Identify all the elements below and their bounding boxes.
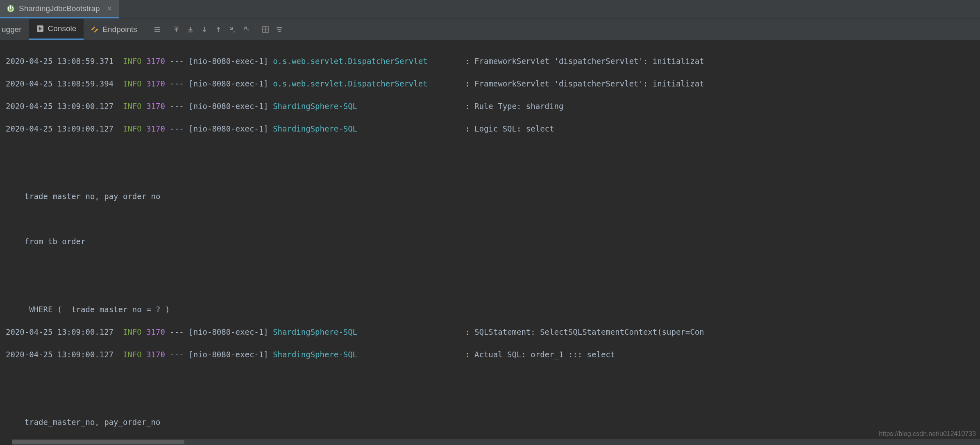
log-line: 2020-04-25 13:09:00.127 INFO 3170 --- [n… xyxy=(6,327,980,338)
blank-line xyxy=(6,394,980,406)
tab-endpoints[interactable]: Endpoints xyxy=(84,19,145,40)
spring-boot-icon xyxy=(7,5,15,13)
play-icon xyxy=(36,25,44,32)
log-line: 2020-04-25 13:09:00.127 INFO 3170 --- [n… xyxy=(6,101,980,112)
arrow-up-solid-icon[interactable] xyxy=(211,19,225,40)
blank-line xyxy=(6,146,980,157)
blank-line xyxy=(6,372,980,383)
console-label: Console xyxy=(48,24,77,33)
soft-wrap-icon[interactable] xyxy=(150,19,164,40)
sql-line: trade_master_no, pay_order_no xyxy=(6,417,980,428)
log-line: 2020-04-25 13:09:00.127 INFO 3170 --- [n… xyxy=(6,123,980,135)
debug-toolbar: ugger Console Endpoints xyxy=(0,19,980,40)
editor-tabs-bar: ShardingJdbcBootstrap ✕ xyxy=(0,0,980,19)
step-into-icon[interactable] xyxy=(225,19,239,40)
tab-console[interactable]: Console xyxy=(29,19,84,40)
endpoints-label: Endpoints xyxy=(102,25,137,34)
toolbar-icon-group: T xyxy=(145,19,286,40)
step-out-icon[interactable]: T xyxy=(239,19,253,40)
scrollbar-thumb[interactable] xyxy=(12,440,184,444)
arrow-down-open-icon[interactable] xyxy=(184,19,197,40)
log-line: 2020-04-25 13:08:59.371 INFO 3170 --- [n… xyxy=(6,56,980,67)
table-icon[interactable] xyxy=(259,19,272,40)
sql-line: WHERE ( trade_master_no = ? ) xyxy=(6,304,980,316)
separator xyxy=(256,24,256,35)
svg-point-3 xyxy=(96,29,98,30)
blank-line xyxy=(6,281,980,293)
log-line: 2020-04-25 13:08:59.394 INFO 3170 --- [n… xyxy=(6,78,980,90)
separator xyxy=(167,24,167,35)
blank-line xyxy=(6,259,980,270)
log-line: 2020-04-25 13:09:00.127 INFO 3170 --- [n… xyxy=(6,349,980,361)
sql-line: from tb_order xyxy=(6,236,980,247)
file-tab-title: ShardingJdbcBootstrap xyxy=(19,4,100,13)
watermark-text: https://blog.csdn.net/u012410733 xyxy=(879,430,976,438)
svg-text:T: T xyxy=(247,29,250,33)
svg-point-2 xyxy=(91,29,93,30)
scroll-to-top-icon[interactable] xyxy=(170,19,184,40)
sql-line: trade_master_no, pay_order_no xyxy=(6,191,980,202)
close-icon[interactable]: ✕ xyxy=(104,5,112,13)
horizontal-scrollbar[interactable] xyxy=(12,439,980,445)
endpoints-icon xyxy=(91,26,98,33)
tab-debugger[interactable]: ugger xyxy=(0,19,29,40)
file-tab-shardingjdbcbootstrap[interactable]: ShardingJdbcBootstrap ✕ xyxy=(0,0,119,18)
debugger-label: ugger xyxy=(2,25,22,34)
blank-line xyxy=(6,213,980,225)
blank-line xyxy=(6,168,980,180)
console-output[interactable]: 2020-04-25 13:08:59.371 INFO 3170 --- [n… xyxy=(0,40,980,445)
arrow-down-solid-icon[interactable] xyxy=(197,19,211,40)
filter-icon[interactable] xyxy=(272,19,286,40)
